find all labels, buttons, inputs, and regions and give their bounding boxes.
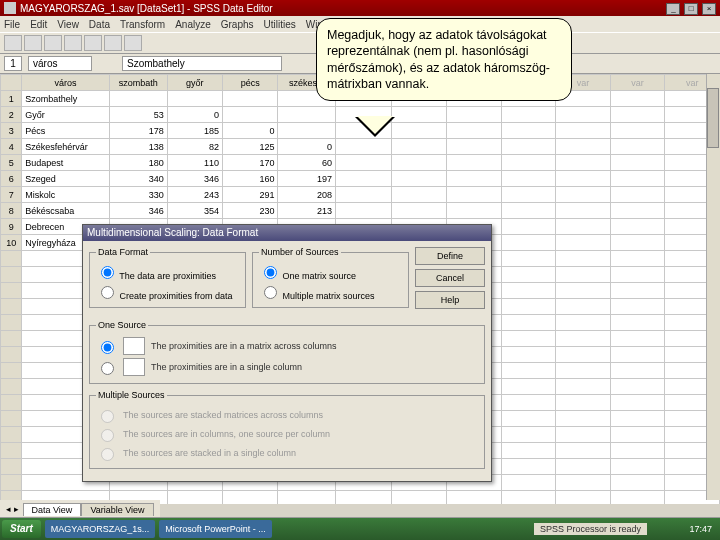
empty-cell[interactable]	[610, 203, 665, 219]
cell[interactable]: 60	[278, 155, 336, 171]
empty-cell[interactable]	[610, 283, 665, 299]
empty-cell[interactable]	[392, 203, 447, 219]
empty-cell[interactable]	[556, 299, 611, 315]
empty-cell[interactable]	[556, 395, 611, 411]
cell[interactable]: Pécs	[22, 123, 109, 139]
menu-graphs[interactable]: Graphs	[221, 19, 254, 30]
row-header[interactable]	[1, 411, 22, 427]
define-button[interactable]: Define	[415, 247, 485, 265]
cell[interactable]: 346	[109, 203, 167, 219]
empty-cell[interactable]	[556, 443, 611, 459]
empty-cell[interactable]	[610, 491, 665, 505]
cell[interactable]	[336, 203, 392, 219]
tool-find-icon[interactable]	[104, 35, 122, 51]
empty-cell[interactable]	[446, 155, 501, 171]
table-row[interactable]: 7 Miskolc330243291208	[1, 187, 720, 203]
tool-save-icon[interactable]	[24, 35, 42, 51]
cell[interactable]	[222, 91, 277, 107]
cell[interactable]	[336, 155, 392, 171]
empty-cell[interactable]	[501, 219, 556, 235]
empty-cell[interactable]	[610, 123, 665, 139]
empty-cell[interactable]	[610, 187, 665, 203]
empty-cell[interactable]	[610, 235, 665, 251]
cell[interactable]: Békéscsaba	[22, 203, 109, 219]
empty-cell[interactable]	[446, 187, 501, 203]
empty-cell[interactable]	[610, 475, 665, 491]
empty-cell[interactable]	[501, 283, 556, 299]
row-header[interactable]: 2	[1, 107, 22, 123]
row-header[interactable]	[1, 267, 22, 283]
cell[interactable]: 213	[278, 203, 336, 219]
col-var-5[interactable]: var	[610, 75, 665, 91]
close-button[interactable]: ×	[702, 3, 716, 15]
empty-cell[interactable]	[167, 491, 222, 505]
empty-cell[interactable]	[610, 411, 665, 427]
row-header[interactable]	[1, 315, 22, 331]
empty-cell[interactable]	[501, 331, 556, 347]
empty-cell[interactable]	[501, 363, 556, 379]
cell[interactable]: 354	[167, 203, 222, 219]
task-powerpoint[interactable]: Microsoft PowerPoint - ...	[159, 520, 272, 538]
row-header[interactable]: 6	[1, 171, 22, 187]
empty-cell[interactable]	[278, 491, 336, 505]
row-header[interactable]	[1, 363, 22, 379]
row-header[interactable]	[1, 347, 22, 363]
cell[interactable]: 138	[109, 139, 167, 155]
cell[interactable]: 230	[222, 203, 277, 219]
empty-cell[interactable]	[501, 171, 556, 187]
col-pecs[interactable]: pécs	[222, 75, 277, 91]
tool-goto-icon[interactable]	[124, 35, 142, 51]
opt-create-prox[interactable]: Create proximities from data	[96, 283, 239, 301]
start-button[interactable]: Start	[2, 520, 41, 538]
empty-cell[interactable]	[501, 379, 556, 395]
cell[interactable]: 110	[167, 155, 222, 171]
empty-cell[interactable]	[392, 155, 447, 171]
cell[interactable]	[278, 107, 336, 123]
empty-cell[interactable]	[501, 475, 556, 491]
cell[interactable]: 340	[109, 171, 167, 187]
empty-cell[interactable]	[610, 331, 665, 347]
empty-cell[interactable]	[610, 171, 665, 187]
empty-cell[interactable]	[610, 91, 665, 107]
empty-cell[interactable]	[392, 107, 447, 123]
active-value[interactable]: Szombathely	[122, 56, 282, 71]
menu-file[interactable]: File	[4, 19, 20, 30]
empty-cell[interactable]	[556, 459, 611, 475]
cell[interactable]	[278, 123, 336, 139]
empty-cell[interactable]	[501, 491, 556, 505]
cell[interactable]: 185	[167, 123, 222, 139]
vertical-scrollbar[interactable]	[706, 74, 720, 500]
empty-cell[interactable]	[501, 123, 556, 139]
row-header[interactable]	[1, 251, 22, 267]
opt-multi-source[interactable]: Multiple matrix sources	[259, 283, 402, 301]
table-row[interactable]: 8 Békéscsaba346354230213	[1, 203, 720, 219]
empty-cell[interactable]	[556, 171, 611, 187]
empty-cell[interactable]	[501, 443, 556, 459]
row-header[interactable]	[1, 427, 22, 443]
empty-cell[interactable]	[610, 139, 665, 155]
cell[interactable]: Szombathely	[22, 91, 109, 107]
menu-edit[interactable]: Edit	[30, 19, 47, 30]
tool-redo-icon[interactable]	[84, 35, 102, 51]
empty-cell[interactable]	[610, 315, 665, 331]
cancel-button[interactable]: Cancel	[415, 269, 485, 287]
cell[interactable]	[336, 171, 392, 187]
row-header[interactable]: 8	[1, 203, 22, 219]
opt-single-column[interactable]: The proximities are in a single column	[96, 358, 478, 376]
opt-matrix-across[interactable]: The proximities are in a matrix across c…	[96, 337, 478, 355]
cell[interactable]: 82	[167, 139, 222, 155]
empty-cell[interactable]	[501, 155, 556, 171]
empty-cell[interactable]	[610, 219, 665, 235]
help-button[interactable]: Help	[415, 291, 485, 309]
col-szombath[interactable]: szombath	[109, 75, 167, 91]
empty-cell[interactable]	[392, 139, 447, 155]
empty-cell[interactable]	[556, 155, 611, 171]
empty-cell[interactable]	[222, 491, 277, 505]
empty-cell[interactable]	[556, 235, 611, 251]
row-header[interactable]	[1, 395, 22, 411]
menu-view[interactable]: View	[57, 19, 79, 30]
empty-cell[interactable]	[556, 123, 611, 139]
empty-cell[interactable]	[610, 347, 665, 363]
empty-cell[interactable]	[446, 139, 501, 155]
empty-cell[interactable]	[392, 187, 447, 203]
